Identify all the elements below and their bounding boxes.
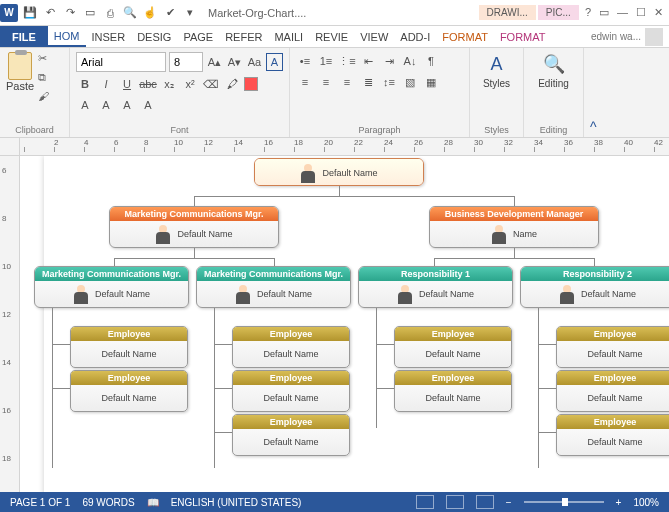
paste-button[interactable]: Paste bbox=[6, 52, 34, 92]
tab-home[interactable]: HOM bbox=[48, 26, 86, 47]
status-words[interactable]: 69 WORDS bbox=[82, 497, 134, 508]
signed-in-user[interactable]: edwin wa... bbox=[591, 31, 641, 42]
multilevel-icon[interactable]: ⋮≡ bbox=[338, 52, 356, 70]
org-card-l2-left[interactable]: Marketing Communications Mgr. Default Na… bbox=[109, 206, 279, 248]
save-icon[interactable]: 💾 bbox=[22, 5, 38, 21]
highlight-icon[interactable]: 🖍 bbox=[223, 75, 241, 93]
format-painter-icon[interactable]: 🖌 bbox=[38, 90, 54, 106]
tab-review[interactable]: REVIE bbox=[309, 26, 354, 47]
change-case-icon[interactable]: Aa bbox=[246, 53, 263, 71]
status-page[interactable]: PAGE 1 OF 1 bbox=[10, 497, 70, 508]
user-avatar-icon[interactable] bbox=[645, 28, 663, 46]
align-center-icon[interactable]: ≡ bbox=[317, 73, 335, 91]
vertical-ruler[interactable]: 681012141618 bbox=[0, 156, 20, 492]
copy-icon[interactable]: ⧉ bbox=[38, 71, 54, 87]
subscript-button[interactable]: x₂ bbox=[160, 75, 178, 93]
increase-font-icon[interactable]: A▴ bbox=[206, 53, 223, 71]
font-name-input[interactable] bbox=[76, 52, 166, 72]
org-card-l3-1[interactable]: Marketing Communications Mgr. Default Na… bbox=[196, 266, 351, 308]
text-effect-glow-icon[interactable]: A bbox=[118, 96, 136, 114]
indent-decrease-icon[interactable]: ⇤ bbox=[359, 52, 377, 70]
minimize-icon[interactable]: — bbox=[617, 6, 628, 19]
zoom-slider[interactable] bbox=[524, 501, 604, 503]
org-card-employee[interactable]: EmployeeDefault Name bbox=[232, 370, 350, 412]
qat-preview-icon[interactable]: 🔍 bbox=[122, 5, 138, 21]
maximize-icon[interactable]: ☐ bbox=[636, 6, 646, 19]
qat-spell-icon[interactable]: ✔ bbox=[162, 5, 178, 21]
org-card-employee[interactable]: EmployeeDefault Name bbox=[232, 414, 350, 456]
qat-touch-icon[interactable]: ☝ bbox=[142, 5, 158, 21]
view-print-icon[interactable] bbox=[446, 495, 464, 509]
tab-design[interactable]: DESIG bbox=[131, 26, 177, 47]
help-icon[interactable]: ? bbox=[585, 6, 591, 19]
horizontal-ruler[interactable]: 24681012141618202224262830323436384042 bbox=[20, 138, 669, 156]
org-card-employee[interactable]: EmployeeDefault Name bbox=[394, 370, 512, 412]
tab-format-drawing[interactable]: FORMAT bbox=[436, 26, 494, 47]
show-marks-icon[interactable]: ¶ bbox=[422, 52, 440, 70]
clear-formatting-icon[interactable]: ⌫ bbox=[202, 75, 220, 93]
tab-insert[interactable]: INSER bbox=[86, 26, 132, 47]
org-card-employee[interactable]: EmployeeDefault Name bbox=[556, 414, 669, 456]
tab-page-layout[interactable]: PAGE bbox=[177, 26, 219, 47]
org-card-employee[interactable]: EmployeeDefault Name bbox=[394, 326, 512, 368]
collapse-ribbon-icon[interactable]: ^ bbox=[590, 119, 597, 135]
org-card-l3-2[interactable]: Responsibility 1 Default Name bbox=[358, 266, 513, 308]
org-card-l2-right[interactable]: Business Development Manager Name bbox=[429, 206, 599, 248]
text-effects-icon[interactable]: A bbox=[266, 53, 283, 71]
org-card-l3-3[interactable]: Responsibility 2 Default Name bbox=[520, 266, 669, 308]
org-chart[interactable]: Default Name Marketing Communications Mg… bbox=[44, 156, 669, 492]
align-right-icon[interactable]: ≡ bbox=[338, 73, 356, 91]
proofing-icon[interactable]: 📖 bbox=[147, 497, 159, 508]
view-read-icon[interactable] bbox=[416, 495, 434, 509]
org-card-employee[interactable]: EmployeeDefault Name bbox=[70, 326, 188, 368]
zoom-out-icon[interactable]: − bbox=[506, 497, 512, 508]
zoom-level[interactable]: 100% bbox=[633, 497, 659, 508]
justify-icon[interactable]: ≣ bbox=[359, 73, 377, 91]
org-card-employee[interactable]: EmployeeDefault Name bbox=[70, 370, 188, 412]
styles-button[interactable]: A Styles bbox=[476, 52, 517, 89]
bullets-icon[interactable]: •≡ bbox=[296, 52, 314, 70]
qat-new-icon[interactable]: ▭ bbox=[82, 5, 98, 21]
ribbon-options-icon[interactable]: ▭ bbox=[599, 6, 609, 19]
org-card-top[interactable]: Default Name bbox=[254, 158, 424, 186]
tab-addins[interactable]: ADD-I bbox=[394, 26, 436, 47]
numbering-icon[interactable]: 1≡ bbox=[317, 52, 335, 70]
tab-view[interactable]: VIEW bbox=[354, 26, 394, 47]
zoom-in-icon[interactable]: + bbox=[616, 497, 622, 508]
org-card-employee[interactable]: EmployeeDefault Name bbox=[232, 326, 350, 368]
indent-increase-icon[interactable]: ⇥ bbox=[380, 52, 398, 70]
qat-customize-icon[interactable]: ▾ bbox=[182, 5, 198, 21]
qat-print-icon[interactable]: ⎙ bbox=[102, 5, 118, 21]
italic-button[interactable]: I bbox=[97, 75, 115, 93]
tab-references[interactable]: REFER bbox=[219, 26, 268, 47]
tab-format-picture[interactable]: FORMAT bbox=[494, 26, 552, 47]
redo-icon[interactable]: ↷ bbox=[62, 5, 78, 21]
text-effect-reflect-icon[interactable]: A bbox=[139, 96, 157, 114]
document-canvas[interactable]: Default Name Marketing Communications Mg… bbox=[20, 156, 669, 492]
line-spacing-icon[interactable]: ↕≡ bbox=[380, 73, 398, 91]
text-effect-outline-icon[interactable]: A bbox=[76, 96, 94, 114]
close-icon[interactable]: ✕ bbox=[654, 6, 663, 19]
underline-button[interactable]: U bbox=[118, 75, 136, 93]
file-tab[interactable]: FILE bbox=[0, 26, 48, 47]
font-color-button[interactable] bbox=[244, 77, 258, 91]
sort-icon[interactable]: A↓ bbox=[401, 52, 419, 70]
org-card-employee[interactable]: EmployeeDefault Name bbox=[556, 370, 669, 412]
tab-mailings[interactable]: MAILI bbox=[268, 26, 309, 47]
strikethrough-button[interactable]: abc bbox=[139, 75, 157, 93]
cut-icon[interactable]: ✂ bbox=[38, 52, 54, 68]
text-effect-shadow-icon[interactable]: A bbox=[97, 96, 115, 114]
status-language[interactable]: ENGLISH (UNITED STATES) bbox=[171, 497, 302, 508]
org-card-l3-0[interactable]: Marketing Communications Mgr. Default Na… bbox=[34, 266, 189, 308]
superscript-button[interactable]: x² bbox=[181, 75, 199, 93]
org-card-employee[interactable]: EmployeeDefault Name bbox=[556, 326, 669, 368]
borders-icon[interactable]: ▦ bbox=[422, 73, 440, 91]
undo-icon[interactable]: ↶ bbox=[42, 5, 58, 21]
bold-button[interactable]: B bbox=[76, 75, 94, 93]
shading-icon[interactable]: ▧ bbox=[401, 73, 419, 91]
font-size-input[interactable] bbox=[169, 52, 203, 72]
align-left-icon[interactable]: ≡ bbox=[296, 73, 314, 91]
editing-button[interactable]: 🔍 Editing bbox=[530, 52, 577, 89]
decrease-font-icon[interactable]: A▾ bbox=[226, 53, 243, 71]
view-web-icon[interactable] bbox=[476, 495, 494, 509]
